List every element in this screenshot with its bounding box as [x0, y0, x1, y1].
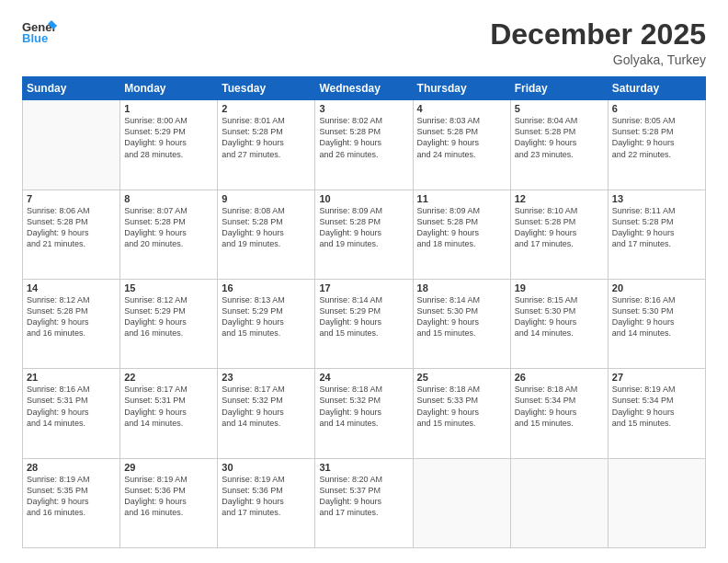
day-number: 15	[124, 282, 213, 293]
day-number: 1	[124, 103, 213, 114]
day-info: Sunrise: 8:15 AM Sunset: 5:30 PM Dayligh…	[515, 294, 604, 339]
week-row-4: 21Sunrise: 8:16 AM Sunset: 5:31 PM Dayli…	[23, 369, 706, 458]
day-info: Sunrise: 8:19 AM Sunset: 5:35 PM Dayligh…	[27, 474, 116, 519]
calendar-cell: 21Sunrise: 8:16 AM Sunset: 5:31 PM Dayli…	[23, 369, 120, 458]
day-info: Sunrise: 8:00 AM Sunset: 5:29 PM Dayligh…	[124, 115, 213, 160]
day-info: Sunrise: 8:18 AM Sunset: 5:32 PM Dayligh…	[319, 384, 408, 429]
day-number: 25	[417, 372, 506, 383]
week-row-5: 28Sunrise: 8:19 AM Sunset: 5:35 PM Dayli…	[23, 458, 706, 547]
logo: General Blue	[22, 18, 57, 46]
header: General Blue December 2025 Golyaka, Turk…	[22, 18, 706, 67]
calendar-cell: 16Sunrise: 8:13 AM Sunset: 5:29 PM Dayli…	[218, 279, 315, 368]
main-title: December 2025	[490, 18, 706, 51]
day-number: 22	[124, 372, 213, 383]
day-number: 14	[27, 282, 116, 293]
day-number: 19	[515, 282, 604, 293]
day-number: 13	[612, 193, 701, 204]
day-info: Sunrise: 8:01 AM Sunset: 5:28 PM Dayligh…	[222, 115, 311, 160]
day-info: Sunrise: 8:05 AM Sunset: 5:28 PM Dayligh…	[612, 115, 701, 160]
day-info: Sunrise: 8:02 AM Sunset: 5:28 PM Dayligh…	[319, 115, 408, 160]
calendar-cell	[413, 458, 510, 547]
logo-icon: General Blue	[22, 18, 57, 46]
day-number: 2	[222, 103, 311, 114]
calendar-cell: 10Sunrise: 8:09 AM Sunset: 5:28 PM Dayli…	[315, 190, 413, 279]
day-info: Sunrise: 8:10 AM Sunset: 5:28 PM Dayligh…	[515, 205, 604, 250]
col-header-saturday: Saturday	[608, 77, 705, 100]
day-number: 9	[222, 193, 311, 204]
day-info: Sunrise: 8:14 AM Sunset: 5:29 PM Dayligh…	[319, 294, 408, 339]
svg-text:Blue: Blue	[22, 31, 48, 45]
day-number: 10	[319, 193, 408, 204]
calendar-cell: 26Sunrise: 8:18 AM Sunset: 5:34 PM Dayli…	[510, 369, 608, 458]
day-info: Sunrise: 8:09 AM Sunset: 5:28 PM Dayligh…	[417, 205, 506, 250]
day-info: Sunrise: 8:12 AM Sunset: 5:28 PM Dayligh…	[27, 294, 116, 339]
calendar-cell: 2Sunrise: 8:01 AM Sunset: 5:28 PM Daylig…	[218, 100, 315, 190]
day-info: Sunrise: 8:17 AM Sunset: 5:32 PM Dayligh…	[222, 384, 311, 429]
day-info: Sunrise: 8:20 AM Sunset: 5:37 PM Dayligh…	[319, 474, 408, 519]
calendar-cell: 28Sunrise: 8:19 AM Sunset: 5:35 PM Dayli…	[23, 458, 120, 547]
calendar-cell: 4Sunrise: 8:03 AM Sunset: 5:28 PM Daylig…	[413, 100, 510, 190]
day-number: 29	[124, 462, 213, 473]
calendar-cell: 11Sunrise: 8:09 AM Sunset: 5:28 PM Dayli…	[413, 190, 510, 279]
day-number: 4	[417, 103, 506, 114]
day-number: 3	[319, 103, 408, 114]
calendar-cell: 12Sunrise: 8:10 AM Sunset: 5:28 PM Dayli…	[510, 190, 608, 279]
calendar-cell: 13Sunrise: 8:11 AM Sunset: 5:28 PM Dayli…	[608, 190, 705, 279]
day-info: Sunrise: 8:04 AM Sunset: 5:28 PM Dayligh…	[515, 115, 604, 160]
day-info: Sunrise: 8:12 AM Sunset: 5:29 PM Dayligh…	[124, 294, 213, 339]
col-header-wednesday: Wednesday	[315, 77, 413, 100]
day-info: Sunrise: 8:19 AM Sunset: 5:34 PM Dayligh…	[612, 384, 701, 429]
day-number: 26	[515, 372, 604, 383]
day-number: 7	[27, 193, 116, 204]
calendar-cell: 19Sunrise: 8:15 AM Sunset: 5:30 PM Dayli…	[510, 279, 608, 368]
day-info: Sunrise: 8:16 AM Sunset: 5:31 PM Dayligh…	[27, 384, 116, 429]
calendar-cell: 14Sunrise: 8:12 AM Sunset: 5:28 PM Dayli…	[23, 279, 120, 368]
day-info: Sunrise: 8:06 AM Sunset: 5:28 PM Dayligh…	[27, 205, 116, 250]
day-number: 20	[612, 282, 701, 293]
day-number: 30	[222, 462, 311, 473]
day-number: 6	[612, 103, 701, 114]
col-header-tuesday: Tuesday	[218, 77, 315, 100]
calendar-cell: 29Sunrise: 8:19 AM Sunset: 5:36 PM Dayli…	[120, 458, 218, 547]
day-number: 11	[417, 193, 506, 204]
week-row-3: 14Sunrise: 8:12 AM Sunset: 5:28 PM Dayli…	[23, 279, 706, 368]
calendar-cell: 18Sunrise: 8:14 AM Sunset: 5:30 PM Dayli…	[413, 279, 510, 368]
day-number: 24	[319, 372, 408, 383]
day-number: 18	[417, 282, 506, 293]
day-info: Sunrise: 8:18 AM Sunset: 5:34 PM Dayligh…	[515, 384, 604, 429]
col-header-monday: Monday	[120, 77, 218, 100]
calendar-table: SundayMondayTuesdayWednesdayThursdayFrid…	[22, 76, 706, 548]
day-number: 31	[319, 462, 408, 473]
day-info: Sunrise: 8:09 AM Sunset: 5:28 PM Dayligh…	[319, 205, 408, 250]
week-row-2: 7Sunrise: 8:06 AM Sunset: 5:28 PM Daylig…	[23, 190, 706, 279]
day-number: 27	[612, 372, 701, 383]
day-number: 21	[27, 372, 116, 383]
subtitle: Golyaka, Turkey	[490, 52, 706, 67]
calendar-cell: 22Sunrise: 8:17 AM Sunset: 5:31 PM Dayli…	[120, 369, 218, 458]
header-row: SundayMondayTuesdayWednesdayThursdayFrid…	[23, 77, 706, 100]
calendar-cell: 25Sunrise: 8:18 AM Sunset: 5:33 PM Dayli…	[413, 369, 510, 458]
calendar-cell: 1Sunrise: 8:00 AM Sunset: 5:29 PM Daylig…	[120, 100, 218, 190]
day-info: Sunrise: 8:13 AM Sunset: 5:29 PM Dayligh…	[222, 294, 311, 339]
week-row-1: 1Sunrise: 8:00 AM Sunset: 5:29 PM Daylig…	[23, 100, 706, 190]
calendar-cell	[23, 100, 120, 190]
calendar-cell: 27Sunrise: 8:19 AM Sunset: 5:34 PM Dayli…	[608, 369, 705, 458]
day-info: Sunrise: 8:08 AM Sunset: 5:28 PM Dayligh…	[222, 205, 311, 250]
day-number: 12	[515, 193, 604, 204]
calendar-cell: 24Sunrise: 8:18 AM Sunset: 5:32 PM Dayli…	[315, 369, 413, 458]
calendar-cell	[510, 458, 608, 547]
title-block: December 2025 Golyaka, Turkey	[490, 18, 706, 67]
day-number: 23	[222, 372, 311, 383]
col-header-friday: Friday	[510, 77, 608, 100]
calendar-cell: 20Sunrise: 8:16 AM Sunset: 5:30 PM Dayli…	[608, 279, 705, 368]
calendar-cell: 31Sunrise: 8:20 AM Sunset: 5:37 PM Dayli…	[315, 458, 413, 547]
day-info: Sunrise: 8:17 AM Sunset: 5:31 PM Dayligh…	[124, 384, 213, 429]
col-header-thursday: Thursday	[413, 77, 510, 100]
day-info: Sunrise: 8:07 AM Sunset: 5:28 PM Dayligh…	[124, 205, 213, 250]
col-header-sunday: Sunday	[23, 77, 120, 100]
day-number: 5	[515, 103, 604, 114]
page: General Blue December 2025 Golyaka, Turk…	[0, 0, 728, 563]
calendar-cell: 15Sunrise: 8:12 AM Sunset: 5:29 PM Dayli…	[120, 279, 218, 368]
calendar-cell: 30Sunrise: 8:19 AM Sunset: 5:36 PM Dayli…	[218, 458, 315, 547]
day-info: Sunrise: 8:18 AM Sunset: 5:33 PM Dayligh…	[417, 384, 506, 429]
